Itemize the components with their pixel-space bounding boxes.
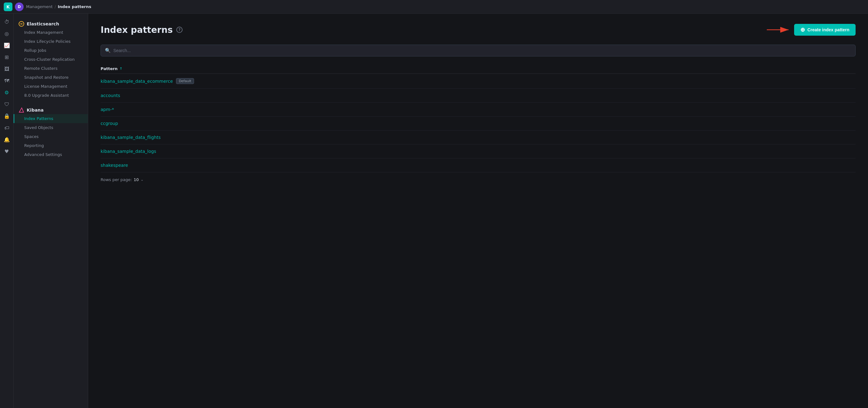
sidebar-icon-metrics[interactable]: ♥ xyxy=(1,146,12,157)
page-title: Index patterns xyxy=(101,25,173,35)
pattern-link-ecommerce[interactable]: kibana_sample_data_ecommerce xyxy=(101,79,173,84)
pattern-row-ccgroup[interactable]: ccgroup xyxy=(101,116,856,131)
pattern-link-ccgroup[interactable]: ccgroup xyxy=(101,121,118,126)
sidebar-icon-dashboard[interactable]: ⊞ xyxy=(1,52,12,63)
sidebar-icon-lock[interactable]: 🔒 xyxy=(1,110,12,122)
pattern-link-logs[interactable]: kibana_sample_data_logs xyxy=(101,149,156,154)
pattern-row-logs[interactable]: kibana_sample_data_logs xyxy=(101,144,856,159)
annotation-arrow xyxy=(767,24,792,36)
sidebar-icon-maps[interactable]: 🗺 xyxy=(1,75,12,86)
nav-item-index-patterns[interactable]: Index Patterns xyxy=(14,114,88,123)
pattern-row-accounts[interactable]: accounts xyxy=(101,89,856,103)
pattern-row-ecommerce[interactable]: kibana_sample_data_ecommerce Default xyxy=(101,74,856,89)
search-icon: 🔍 xyxy=(105,48,111,53)
content-area: Index patterns ? ⊕ Create in xyxy=(88,14,868,408)
table-header: Pattern ↑ xyxy=(101,64,856,74)
nav-item-reporting[interactable]: Reporting xyxy=(14,141,88,150)
column-pattern-header[interactable]: Pattern ↑ xyxy=(101,66,122,71)
default-badge: Default xyxy=(176,78,194,84)
sidebar-icon-security[interactable]: 🛡 xyxy=(1,99,12,110)
kibana-nav-icon xyxy=(19,107,24,113)
nav-item-index-lifecycle[interactable]: Index Lifecycle Policies xyxy=(14,37,88,46)
pattern-link-shakespeare[interactable]: shakespeare xyxy=(101,163,128,168)
nav-item-saved-objects[interactable]: Saved Objects xyxy=(14,123,88,132)
rows-per-page-control[interactable]: Rows per page: 10 ⌄ xyxy=(101,172,856,184)
plus-icon: ⊕ xyxy=(800,27,805,33)
help-icon[interactable]: ? xyxy=(176,27,183,33)
nav-sidebar: Elasticsearch Index Management Index Lif… xyxy=(14,14,88,408)
search-container: 🔍 xyxy=(101,45,856,57)
nav-item-index-management[interactable]: Index Management xyxy=(14,28,88,37)
nav-item-remote-clusters[interactable]: Remote Clusters xyxy=(14,64,88,73)
sidebar-icon-visualize[interactable]: 📈 xyxy=(1,40,12,51)
create-index-pattern-button[interactable]: ⊕ Create index pattern xyxy=(794,24,856,36)
user-avatar[interactable]: D xyxy=(15,2,24,11)
sidebar-icon-discover[interactable]: ◎ xyxy=(1,28,12,39)
arrow-container: ⊕ Create index pattern xyxy=(767,24,856,36)
icon-sidebar: ⏱ ◎ 📈 ⊞ 🖼 🗺 ⚙ 🛡 🔒 🏷 🔔 ♥ xyxy=(0,14,14,408)
breadcrumb: Management / Index patterns xyxy=(26,4,91,9)
pattern-link-flights[interactable]: kibana_sample_data_flights xyxy=(101,135,161,140)
page-header: Index patterns ? ⊕ Create in xyxy=(101,24,856,36)
sidebar-icon-canvas[interactable]: 🖼 xyxy=(1,63,12,74)
breadcrumb-current: Index patterns xyxy=(58,4,91,9)
topbar: K D Management / Index patterns xyxy=(0,0,868,14)
kibana-logo[interactable]: K xyxy=(4,2,12,11)
pattern-row-flights[interactable]: kibana_sample_data_flights xyxy=(101,131,856,144)
rows-per-page-label: Rows per page: xyxy=(101,177,132,182)
chevron-down-icon: ⌄ xyxy=(141,178,144,182)
nav-item-advanced-settings[interactable]: Advanced Settings xyxy=(14,150,88,159)
nav-item-snapshot-restore[interactable]: Snapshot and Restore xyxy=(14,73,88,82)
elasticsearch-icon xyxy=(19,21,24,27)
sidebar-icon-clock[interactable]: ⏱ xyxy=(1,16,12,27)
nav-item-license-management[interactable]: License Management xyxy=(14,82,88,91)
nav-item-rollup-jobs[interactable]: Rollup Jobs xyxy=(14,46,88,55)
page-title-row: Index patterns ? xyxy=(101,25,183,35)
sort-icon: ↑ xyxy=(120,67,122,71)
nav-item-spaces[interactable]: Spaces xyxy=(14,132,88,141)
kibana-section-title: Kibana xyxy=(14,105,88,114)
pattern-row-shakespeare[interactable]: shakespeare xyxy=(101,159,856,172)
breadcrumb-parent[interactable]: Management xyxy=(26,4,53,9)
pattern-link-apm[interactable]: apm-* xyxy=(101,107,114,112)
sidebar-icon-management[interactable]: ⚙ xyxy=(1,87,12,98)
nav-item-cross-cluster[interactable]: Cross-Cluster Replication xyxy=(14,55,88,64)
elasticsearch-section-title: Elasticsearch xyxy=(14,19,88,28)
sidebar-icon-alert[interactable]: 🔔 xyxy=(1,134,12,145)
sidebar-icon-tag[interactable]: 🏷 xyxy=(1,122,12,133)
nav-item-upgrade-assistant[interactable]: 8.0 Upgrade Assistant xyxy=(14,91,88,100)
pattern-row-apm[interactable]: apm-* xyxy=(101,103,856,116)
rows-per-page-value: 10 xyxy=(134,177,139,182)
search-input[interactable] xyxy=(101,45,856,57)
pattern-link-accounts[interactable]: accounts xyxy=(101,93,120,98)
